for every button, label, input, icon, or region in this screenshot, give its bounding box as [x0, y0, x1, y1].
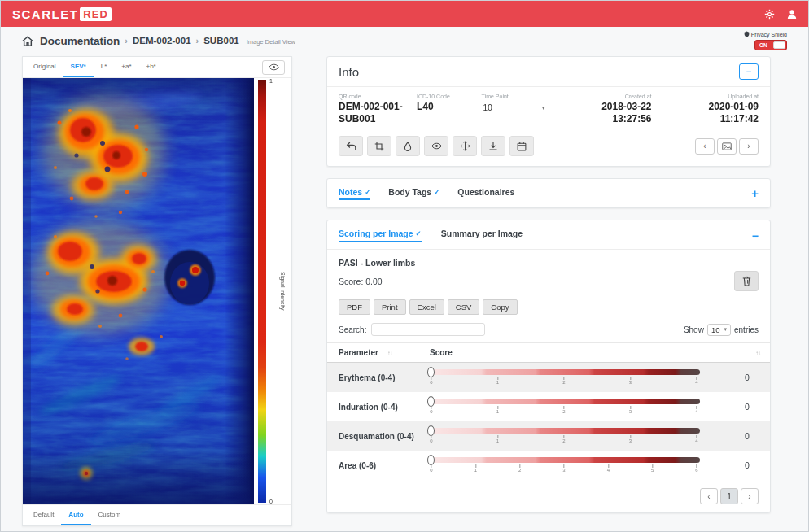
qr-code-label: QR code [339, 94, 417, 99]
score-value: 0 [713, 421, 770, 451]
brand-badge: RED [80, 7, 111, 21]
total-score-label: Score: 0.00 [339, 277, 383, 286]
entries-select[interactable]: 10 ▾ [707, 324, 731, 336]
colormap-tab-bar: Default Auto Custom [23, 504, 291, 525]
pagination-next-button[interactable]: › [741, 488, 759, 504]
breadcrumb-subject[interactable]: DEM-002-001 [133, 36, 191, 46]
privacy-shield-label: Privacy Shield [751, 32, 787, 37]
uploaded-at-value: 2020-01-09 11:17:42 [676, 101, 759, 125]
tab-b[interactable]: +b* [139, 57, 164, 77]
tab-l[interactable]: L* [94, 57, 115, 77]
pasi-score-table: Parameter ↑↓ Score ↑↓ Erythema (0-4) [327, 342, 770, 480]
show-label: Show [684, 325, 704, 334]
slider-track[interactable] [430, 399, 700, 404]
viewer-tab-bar: Original SEV* L* +a* +b* [23, 57, 291, 78]
score-slider[interactable]: 0123456 [430, 455, 700, 476]
score-slider[interactable]: 01234 [430, 396, 700, 417]
tab-original[interactable]: Original [26, 57, 63, 77]
score-value: 0 [713, 363, 770, 393]
export-excel-button[interactable]: Excel [409, 299, 444, 315]
caret-down-icon: ▾ [724, 326, 727, 333]
calendar-button[interactable] [509, 136, 534, 156]
image-gallery-button[interactable] [717, 138, 737, 155]
field-qr-code: QR code DEM-002-001-SUB001 [339, 94, 417, 125]
slider-ticks: 01234 [431, 377, 697, 387]
score-slider[interactable]: 01234 [430, 425, 700, 447]
export-copy-button[interactable]: Copy [483, 299, 517, 315]
pagination-previous-button[interactable]: ‹ [700, 488, 718, 504]
column-header-value[interactable]: ↑↓ [713, 343, 770, 363]
privacy-shield-toggle[interactable]: ON [754, 40, 787, 50]
parameter-label: Desquamation (0-4) [327, 421, 418, 451]
breadcrumb-documentation[interactable]: Documentation [40, 35, 120, 47]
tab-scoring-per-image[interactable]: Scoring per Image ✓ [339, 229, 422, 242]
export-pdf-button[interactable]: PDF [339, 299, 370, 315]
next-image-button[interactable]: › [739, 138, 759, 155]
user-account-icon[interactable] [787, 9, 797, 20]
field-icd-code: ICD-10 Code L40 [417, 94, 482, 125]
colorbar-max-label: 1 [269, 78, 273, 84]
signal-intensity-axis-label: Signal Intensity [273, 78, 291, 504]
pasi-section-title: PASI - Lower limbs [327, 250, 770, 268]
move-button[interactable] [453, 136, 477, 156]
score-table-body: Erythema (0-4) 01234 0 Induration (0-4) … [327, 363, 770, 481]
privacy-shield: Privacy Shield ON [744, 31, 787, 50]
time-point-label: Time Point [482, 94, 569, 99]
parameter-label: Induration (0-4) [327, 392, 418, 421]
home-icon[interactable] [22, 36, 33, 46]
uploaded-at-label: Uploaded at [676, 94, 759, 99]
tab-notes[interactable]: Notes ✓ [339, 187, 370, 200]
image-toolbar: ‹ › [327, 129, 770, 166]
slider-track[interactable] [430, 428, 700, 434]
info-card: Info − QR code DEM-002-001-SUB001 ICD-10… [326, 56, 771, 167]
info-collapse-button[interactable]: − [739, 63, 759, 80]
settings-gear-icon[interactable] [764, 9, 775, 20]
crop-button[interactable] [367, 136, 391, 156]
slider-track[interactable] [430, 457, 700, 463]
delete-score-button[interactable] [734, 271, 759, 291]
score-slider[interactable]: 01234 [430, 367, 700, 388]
tab-auto[interactable]: Auto [61, 505, 90, 525]
tab-questionaires[interactable]: Questionaires [457, 187, 514, 200]
icd-code-label: ICD-10 Code [417, 94, 482, 99]
undo-button[interactable] [339, 136, 363, 156]
table-row: Erythema (0-4) 01234 0 [327, 363, 770, 393]
breadcrumb: Documentation › DEM-002-001 › SUB001 Ima… [1, 27, 808, 55]
score-value: 0 [713, 451, 770, 480]
tab-sev[interactable]: SEV* [63, 57, 94, 77]
tab-default[interactable]: Default [26, 505, 61, 525]
preview-eye-button[interactable] [262, 60, 285, 75]
column-header-parameter[interactable]: Parameter ↑↓ [327, 343, 418, 363]
field-time-point: Time Point 10 ▾ [482, 94, 569, 125]
previous-image-button[interactable]: ‹ [695, 138, 715, 155]
download-button[interactable] [481, 136, 505, 156]
time-point-select[interactable]: 10 ▾ [482, 101, 547, 116]
scoring-collapse-button[interactable]: − [752, 229, 759, 242]
search-input[interactable] [371, 323, 485, 336]
topbar: SCARLET RED [1, 1, 808, 27]
export-csv-button[interactable]: CSV [448, 299, 480, 315]
breadcrumb-subimage[interactable]: SUB001 [203, 36, 238, 46]
eye-button[interactable] [424, 136, 448, 156]
main-content: Original SEV* L* +a* +b* [1, 55, 808, 526]
tab-custom[interactable]: Custom [91, 505, 129, 525]
field-created-at: Created at 2018-03-22 13:27:56 [568, 94, 651, 125]
tab-a[interactable]: +a* [114, 57, 138, 77]
pagination-page-1[interactable]: 1 [720, 488, 738, 504]
column-header-score[interactable]: Score [418, 343, 713, 363]
time-point-value: 10 [483, 103, 492, 112]
sort-icon: ↑↓ [755, 350, 760, 357]
brand-text: SCARLET [12, 7, 78, 21]
app-logo[interactable]: SCARLET RED [12, 7, 112, 21]
topbar-icons [764, 9, 797, 20]
info-card-title: Info [339, 65, 359, 79]
view-label: Image Detail View [247, 36, 295, 46]
export-print-button[interactable]: Print [374, 299, 406, 315]
thermal-image[interactable] [23, 78, 254, 504]
add-note-button[interactable]: + [751, 186, 759, 200]
color-drops-button[interactable] [396, 136, 420, 156]
slider-track[interactable] [430, 369, 700, 375]
tab-summary-per-image[interactable]: Summary per Image [441, 229, 523, 242]
tab-body-tags[interactable]: Body Tags ✓ [388, 187, 439, 200]
table-row: Induration (0-4) 01234 0 [327, 392, 770, 421]
